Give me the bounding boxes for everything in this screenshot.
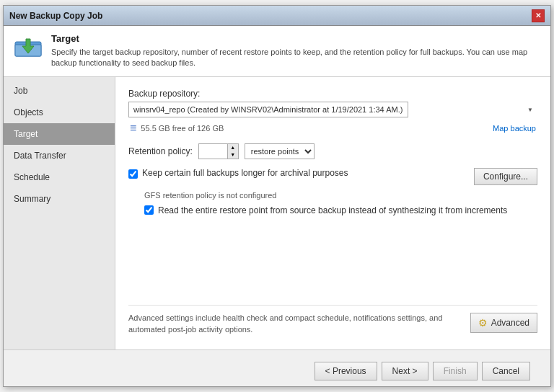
retention-spinner: 7 ▲ ▼ bbox=[198, 143, 239, 159]
configure-button[interactable]: Configure... bbox=[474, 168, 537, 185]
header-section: Target Specify the target backup reposit… bbox=[4, 26, 550, 77]
main-window: New Backup Copy Job ✕ Target Specify the… bbox=[3, 5, 551, 387]
header-text: Target Specify the target backup reposit… bbox=[51, 33, 540, 69]
previous-button[interactable]: < Previous bbox=[315, 362, 377, 380]
advanced-footer: Advanced settings include health check a… bbox=[128, 313, 537, 335]
advanced-description: Advanced settings include health check a… bbox=[128, 313, 463, 335]
read-restore-label: Read the entire restore point from sourc… bbox=[158, 205, 507, 215]
map-backup-link[interactable]: Map backup bbox=[493, 124, 536, 133]
sidebar-item-job[interactable]: Job bbox=[4, 80, 115, 102]
storage-icon: ≡ bbox=[130, 122, 136, 135]
keep-full-backups-row: Keep certain full backups longer for arc… bbox=[128, 168, 348, 179]
footer-section: < Previous Next > Finish Cancel bbox=[4, 349, 550, 386]
backup-repo-label: Backup repository: bbox=[128, 89, 537, 99]
sidebar-item-schedule[interactable]: Schedule bbox=[4, 166, 115, 188]
sidebar: Job Objects Target Data Transfer Schedul… bbox=[4, 77, 115, 349]
sidebar-item-data-transfer[interactable]: Data Transfer bbox=[4, 145, 115, 166]
configure-btn-area: Configure... bbox=[474, 168, 537, 185]
window-title: New Backup Copy Job bbox=[9, 11, 102, 21]
spinner-up-button[interactable]: ▲ bbox=[228, 144, 238, 151]
read-restore-checkbox[interactable] bbox=[144, 205, 154, 215]
keep-full-backups-checkbox[interactable] bbox=[128, 169, 138, 179]
sidebar-item-target[interactable]: Target bbox=[4, 123, 115, 145]
sidebar-item-objects[interactable]: Objects bbox=[4, 102, 115, 123]
repo-select-wrapper: winsrv04_repo (Created by WINSRV02\Admin… bbox=[128, 102, 537, 117]
retention-row: Retention policy: 7 ▲ ▼ restore pointsda… bbox=[128, 143, 537, 159]
storage-text: 55.5 GB free of 126 GB bbox=[141, 124, 224, 133]
repo-select-row: winsrv04_repo (Created by WINSRV02\Admin… bbox=[128, 102, 537, 117]
finish-button[interactable]: Finish bbox=[433, 362, 478, 380]
spinner-buttons: ▲ ▼ bbox=[227, 143, 239, 159]
target-icon bbox=[14, 33, 43, 62]
advanced-button-label: Advanced bbox=[491, 318, 529, 328]
next-button[interactable]: Next > bbox=[382, 362, 428, 380]
title-bar: New Backup Copy Job ✕ bbox=[4, 6, 550, 26]
spinner-down-button[interactable]: ▼ bbox=[228, 151, 238, 159]
read-restore-row: Read the entire restore point from sourc… bbox=[144, 205, 537, 215]
cancel-button[interactable]: Cancel bbox=[482, 362, 530, 380]
gfs-text: GFS retention policy is not configured bbox=[144, 191, 537, 200]
gear-icon: ⚙ bbox=[478, 317, 488, 329]
sidebar-item-summary[interactable]: Summary bbox=[4, 188, 115, 210]
retention-type-select[interactable]: restore pointsdaysweeks bbox=[245, 143, 315, 159]
bottom-bar: < Previous Next > Finish Cancel bbox=[14, 356, 540, 380]
advanced-button[interactable]: ⚙ Advanced bbox=[470, 313, 537, 333]
header-title: Target bbox=[51, 33, 540, 44]
storage-info: ≡ 55.5 GB free of 126 GB bbox=[130, 122, 224, 135]
retention-value-input[interactable]: 7 bbox=[198, 143, 227, 159]
storage-row: ≡ 55.5 GB free of 126 GB Map backup bbox=[128, 122, 537, 135]
keep-full-backups-label: Keep certain full backups longer for arc… bbox=[142, 168, 348, 178]
header-description: Specify the target backup repository, nu… bbox=[51, 47, 540, 69]
content-area: Backup repository: winsrv04_repo (Create… bbox=[115, 77, 550, 349]
close-button[interactable]: ✕ bbox=[532, 9, 545, 22]
retention-label: Retention policy: bbox=[128, 146, 193, 156]
main-content: Job Objects Target Data Transfer Schedul… bbox=[4, 77, 550, 349]
backup-repo-select[interactable]: winsrv04_repo (Created by WINSRV02\Admin… bbox=[128, 102, 408, 117]
